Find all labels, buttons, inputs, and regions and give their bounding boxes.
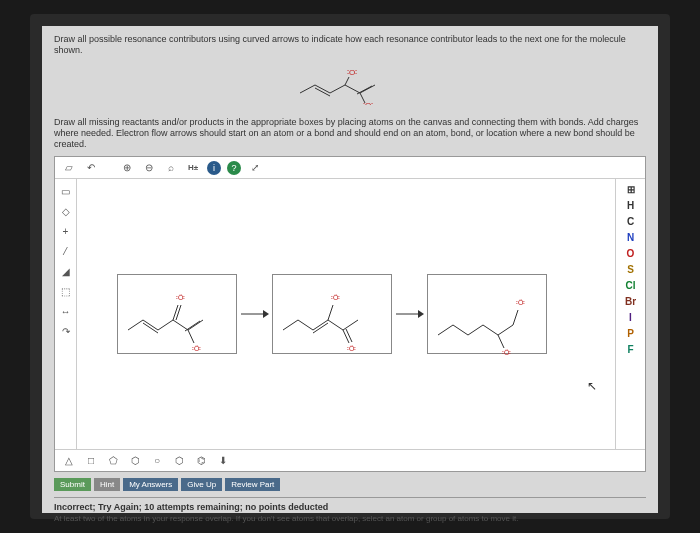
element-o[interactable]: O	[625, 247, 637, 260]
info-icon[interactable]: i	[207, 161, 221, 175]
svg-text:∶Ö∶: ∶Ö∶	[331, 294, 340, 301]
svg-marker-6	[263, 310, 269, 318]
structure-3-svg: ∶Ö∶ ∶Ö∶	[428, 275, 548, 355]
ring-square-icon[interactable]: □	[83, 453, 99, 469]
curve-arrow-tool-icon[interactable]: ↷	[58, 323, 74, 339]
reference-molecule: ∶O∶ ∶O∶	[54, 63, 646, 107]
zoom-in-icon[interactable]: ⊕	[119, 160, 135, 176]
structure-box-2[interactable]: ∶Ö∶ ∶Ö∶	[272, 274, 392, 354]
element-c[interactable]: C	[625, 215, 636, 228]
svg-text:∶Ö∶: ∶Ö∶	[502, 349, 511, 355]
element-cl[interactable]: Cl	[624, 279, 638, 292]
instruction-1: Draw all possible resonance contributors…	[54, 34, 646, 57]
ring-triangle-icon[interactable]: △	[61, 453, 77, 469]
editor-body: ▭ ◇ + ∕ ◢ ⬚ ↔ ↷	[55, 179, 645, 449]
my-answers-button[interactable]: My Answers	[123, 478, 178, 491]
arrow-tool-icon[interactable]: ↔	[58, 303, 74, 319]
svg-text:∶Ö∶: ∶Ö∶	[192, 345, 201, 352]
ring-hexagon-icon[interactable]: ⬡	[127, 453, 143, 469]
element-h[interactable]: H	[625, 199, 636, 212]
hydrogen-toggle[interactable]: H±	[185, 160, 201, 176]
element-f[interactable]: F	[625, 343, 635, 356]
give-up-button[interactable]: Give Up	[181, 478, 222, 491]
svg-line-2	[345, 77, 349, 85]
zoom-fit-icon[interactable]: ⊖	[141, 160, 157, 176]
ring-hex2-icon[interactable]: ⬡	[171, 453, 187, 469]
toolbar-bottom: △ □ ⬠ ⬡ ○ ⬡ ⌬ ⬇	[55, 449, 645, 471]
undo-icon[interactable]: ↶	[83, 160, 99, 176]
toolbar-left: ▭ ◇ + ∕ ◢ ⬚ ↔ ↷	[55, 179, 77, 449]
element-n[interactable]: N	[625, 231, 636, 244]
drawing-canvas[interactable]: ∶Ö∶ ∶Ö∶	[77, 179, 615, 449]
fullscreen-icon[interactable]: ⤢	[247, 160, 263, 176]
element-i[interactable]: I	[627, 311, 634, 324]
svg-text:∶Ö∶: ∶Ö∶	[176, 294, 185, 301]
instruction-2: Draw all missing reactants and/or produc…	[54, 117, 646, 151]
submit-button[interactable]: Submit	[54, 478, 91, 491]
bond-tool-icon[interactable]: ∕	[58, 243, 74, 259]
action-buttons: Submit Hint My Answers Give Up Review Pa…	[54, 478, 646, 491]
feedback-main: Incorrect; Try Again; 10 attempts remain…	[54, 502, 646, 512]
structure-1-svg: ∶Ö∶ ∶Ö∶	[118, 275, 238, 355]
structure-2-svg: ∶Ö∶ ∶Ö∶	[273, 275, 393, 355]
reaction-arrow-1	[239, 307, 269, 321]
mouse-cursor-icon: ↖	[587, 379, 597, 393]
help-icon[interactable]: ?	[227, 161, 241, 175]
svg-text:∶Ö∶: ∶Ö∶	[347, 345, 356, 352]
svg-text:∶O∶: ∶O∶	[363, 101, 373, 105]
wedge-tool-icon[interactable]: ◢	[58, 263, 74, 279]
toolbar-right: ⊞ H C N O S Cl Br I P F	[615, 179, 645, 449]
structure-box-3[interactable]: ∶Ö∶ ∶Ö∶	[427, 274, 547, 354]
periodic-table-icon[interactable]: ⊞	[625, 183, 637, 196]
select-tool-icon[interactable]: ▭	[58, 183, 74, 199]
molecule-svg: ∶O∶ ∶O∶	[295, 63, 405, 105]
ring-cyclo-icon[interactable]: ○	[149, 453, 165, 469]
zoom-icon[interactable]: ⌕	[163, 160, 179, 176]
monitor-frame: Draw all possible resonance contributors…	[30, 14, 670, 519]
svg-text:∶Ö∶: ∶Ö∶	[516, 299, 525, 306]
svg-text:∶O∶: ∶O∶	[347, 68, 357, 77]
element-br[interactable]: Br	[623, 295, 638, 308]
ring-pentagon-icon[interactable]: ⬠	[105, 453, 121, 469]
review-part-button[interactable]: Review Part	[225, 478, 280, 491]
marquee-tool-icon[interactable]: ⬚	[58, 283, 74, 299]
hint-button[interactable]: Hint	[94, 478, 120, 491]
structure-box-1[interactable]: ∶Ö∶ ∶Ö∶	[117, 274, 237, 354]
plus-tool-icon[interactable]: +	[58, 223, 74, 239]
toolbar-top: ▱ ↶ ⊕ ⊖ ⌕ H± i ? ⤢	[55, 157, 645, 179]
feedback-panel: Incorrect; Try Again; 10 attempts remain…	[54, 497, 646, 523]
new-doc-icon[interactable]: ▱	[61, 160, 77, 176]
page-content: Draw all possible resonance contributors…	[42, 26, 658, 531]
lasso-tool-icon[interactable]: ◇	[58, 203, 74, 219]
element-p[interactable]: P	[625, 327, 636, 340]
reaction-arrow-2	[394, 307, 424, 321]
structure-editor: ▱ ↶ ⊕ ⊖ ⌕ H± i ? ⤢ ▭ ◇ + ∕ ◢ ⬚ ↔	[54, 156, 646, 472]
feedback-sub: At least two of the atoms in your respon…	[54, 514, 646, 523]
ring-chair-icon[interactable]: ⬇	[215, 453, 231, 469]
svg-marker-10	[418, 310, 424, 318]
ring-benzene-icon[interactable]: ⌬	[193, 453, 209, 469]
element-s[interactable]: S	[625, 263, 636, 276]
